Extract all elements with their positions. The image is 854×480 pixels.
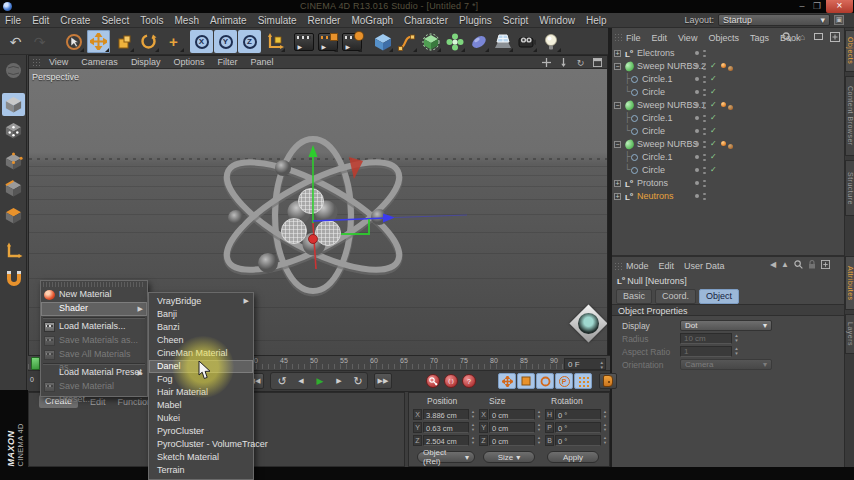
menu-tools[interactable]: Tools xyxy=(140,15,163,26)
am-menu-edit[interactable]: Edit xyxy=(659,261,675,271)
tree-row-neutrons-selected[interactable]: + Lo Neutrons xyxy=(612,190,844,203)
spinner-icon[interactable]: ▲▼ xyxy=(470,422,476,433)
coordinate-system-button[interactable] xyxy=(263,30,286,53)
next-frame-button[interactable]: ▶ xyxy=(330,373,348,389)
lock-y-axis-button[interactable]: Y xyxy=(214,30,237,53)
collapse-icon[interactable]: − xyxy=(614,63,621,70)
add-deformer-button[interactable] xyxy=(467,30,490,53)
submenu-item-nukei[interactable]: Nukei xyxy=(149,412,253,425)
snap-button[interactable] xyxy=(2,266,25,289)
keyframe-selection-button[interactable]: ? xyxy=(462,374,476,388)
aspect-ratio-field[interactable]: 1 xyxy=(680,346,732,357)
parent-up-icon[interactable]: ▲ xyxy=(781,260,789,269)
texture-mode-button[interactable] xyxy=(2,119,25,142)
am-menu-userdata[interactable]: User Data xyxy=(684,261,725,271)
render-settings-button[interactable] xyxy=(340,30,363,53)
visibility-toggles-icon[interactable] xyxy=(703,50,706,58)
render-view-button[interactable] xyxy=(292,30,315,53)
menu-animate[interactable]: Animate xyxy=(210,15,247,26)
history-back-icon[interactable]: ◀ xyxy=(770,260,776,269)
record-rotation-toggle[interactable] xyxy=(536,373,554,389)
menu-plugins[interactable]: Plugins xyxy=(459,15,492,26)
spinner-icon[interactable]: ▲▼ xyxy=(602,422,608,433)
add-environment-button[interactable] xyxy=(491,30,514,53)
menu-edit[interactable]: Edit xyxy=(32,15,49,26)
move-tool-button[interactable] xyxy=(87,30,110,53)
spinner-icon[interactable]: ▲▼ xyxy=(536,422,542,433)
spinner-icon[interactable]: ▲▼ xyxy=(602,409,608,420)
add-nurbs-button[interactable] xyxy=(419,30,442,53)
enabled-check-icon[interactable]: ✓ xyxy=(710,61,717,70)
menu-create[interactable]: Create xyxy=(60,15,90,26)
submenu-item-pyrocluster-volumetracer[interactable]: PyroCluster - VolumeTracer xyxy=(149,438,253,451)
model-mode-button[interactable] xyxy=(2,93,25,116)
rotate-view-icon[interactable]: ↻ xyxy=(575,57,586,68)
tree-row-circle1[interactable]: ├ Circle.1 ✓ xyxy=(612,151,844,164)
submenu-item-terrain[interactable]: Terrain xyxy=(149,464,253,477)
redo-button[interactable]: ↷ xyxy=(28,30,51,53)
tree-row-circle1[interactable]: ├ Circle.1 ✓ xyxy=(612,73,844,86)
tab-coord[interactable]: Coord. xyxy=(655,289,696,304)
prev-frame-button[interactable]: ◀ xyxy=(292,373,310,389)
menu-character[interactable]: Character xyxy=(404,15,448,26)
add-modeling-object-button[interactable] xyxy=(443,30,466,53)
close-button[interactable]: × xyxy=(826,0,853,13)
om-menu-file[interactable]: File xyxy=(626,33,641,43)
tab-layers[interactable]: Layers xyxy=(845,314,854,354)
om-menu-edit[interactable]: Edit xyxy=(652,33,668,43)
rotation-b-field[interactable]: 0 ° xyxy=(555,435,601,446)
menu-mesh[interactable]: Mesh xyxy=(175,15,199,26)
tab-objects[interactable]: Objects xyxy=(845,30,854,72)
size-mode-dropdown[interactable]: Size▾ xyxy=(483,451,535,463)
enable-axis-button[interactable] xyxy=(2,239,25,262)
spinner-icon[interactable]: ▲▼ xyxy=(600,360,604,370)
menu-select[interactable]: Select xyxy=(101,15,129,26)
submenu-item-vraybridge[interactable]: VrayBridge▶ xyxy=(149,295,253,308)
om-menu-tags[interactable]: Tags xyxy=(750,33,769,43)
tag-icon[interactable] xyxy=(728,105,733,110)
record-keyframe-button[interactable] xyxy=(426,374,440,388)
menu-file[interactable]: File xyxy=(5,15,21,26)
goto-end-button[interactable]: ▶▶ xyxy=(374,373,392,389)
viewport-grip-icon[interactable] xyxy=(32,58,42,67)
menu-mograph[interactable]: MoGraph xyxy=(351,15,393,26)
display-dropdown[interactable]: Dot▾ xyxy=(680,320,772,331)
spinner-icon[interactable]: ▲▼ xyxy=(470,409,476,420)
scale-tool-button[interactable] xyxy=(112,30,135,53)
add-primitive-button[interactable] xyxy=(371,30,394,53)
position-z-field[interactable]: 2.504 cm xyxy=(423,435,469,446)
radius-field[interactable]: 10 cm xyxy=(680,333,732,344)
menu-item-load-materials[interactable]: Load Materials... xyxy=(41,320,147,334)
tree-row-circle[interactable]: └ Circle ✓ xyxy=(612,86,844,99)
home-icon[interactable]: ⌂ xyxy=(797,31,808,42)
search-icon[interactable] xyxy=(781,31,792,42)
spinner-icon[interactable]: ▲▼ xyxy=(733,346,740,357)
menu-item-load-material-preset[interactable]: Load Material Preset ▶ xyxy=(41,366,147,380)
prev-key-button[interactable]: ↺ xyxy=(273,373,291,389)
submenu-item-cheen[interactable]: Cheen xyxy=(149,334,253,347)
visibility-dot-icon[interactable] xyxy=(695,51,699,55)
submenu-item-sketch-material[interactable]: Sketch Material xyxy=(149,451,253,464)
om-menu-objects[interactable]: Objects xyxy=(708,33,739,43)
tree-row-sweep-nurbs-1[interactable]: − Sweep NURBS.1 ✓ xyxy=(612,99,844,112)
menu-item-new-material[interactable]: New Material xyxy=(41,288,147,302)
record-parameter-toggle[interactable]: P xyxy=(555,373,573,389)
minimize-button[interactable]: – xyxy=(795,0,809,13)
new-panel-icon[interactable] xyxy=(821,260,830,269)
position-x-field[interactable]: 3.886 cm xyxy=(423,409,469,420)
points-mode-button[interactable] xyxy=(2,150,25,173)
maximize-button[interactable]: ❐ xyxy=(810,0,824,13)
record-scale-toggle[interactable] xyxy=(517,373,535,389)
submenu-item-mabel[interactable]: Mabel xyxy=(149,399,253,412)
window-icon[interactable] xyxy=(813,31,824,42)
spinner-icon[interactable]: ▲▼ xyxy=(602,435,608,446)
size-x-field[interactable]: 0 cm xyxy=(489,409,535,420)
viewport-menu-panel[interactable]: Panel xyxy=(250,57,273,67)
pan-view-icon[interactable] xyxy=(541,57,552,68)
menu-help[interactable]: Help xyxy=(586,15,607,26)
tag-icon[interactable] xyxy=(728,144,733,149)
submenu-item-fog[interactable]: Fog xyxy=(149,373,253,386)
tree-row-sweep-nurbs[interactable]: − Sweep NURBS ✓ xyxy=(612,138,844,151)
tree-row-electrons[interactable]: + Lo Electrons xyxy=(612,47,844,60)
tab-object[interactable]: Object xyxy=(699,289,739,304)
